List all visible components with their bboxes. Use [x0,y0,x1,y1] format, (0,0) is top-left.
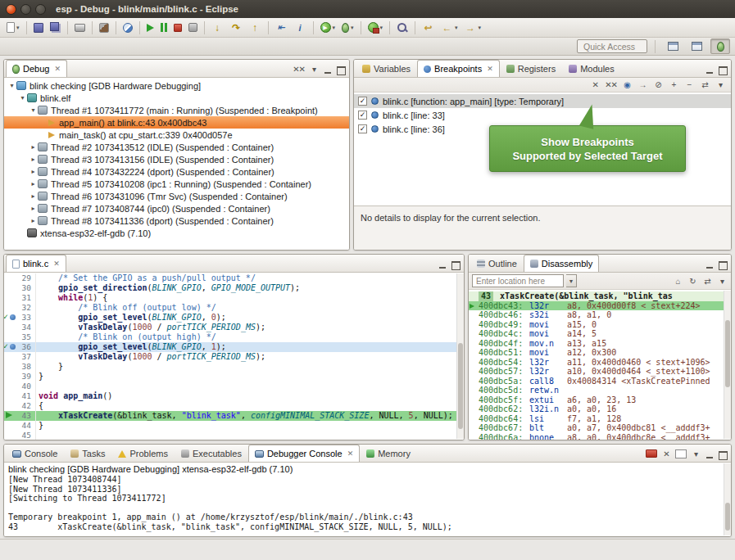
search-button[interactable] [394,20,411,36]
tree-expander-icon[interactable]: ▸ [29,180,38,187]
code-editor[interactable]: 29 /* Set the GPIO as a push/pull output… [4,273,464,440]
step-over-button[interactable]: ↷ [228,20,245,36]
instruction-stepping-button[interactable]: i [292,20,309,36]
editor-annotation-ruler[interactable] [4,362,16,372]
maximize-button[interactable] [451,261,460,269]
save-all-button[interactable] [48,20,63,36]
tree-expander-icon[interactable]: ▸ [29,143,38,151]
tree-expander-icon[interactable]: ▾ [7,82,16,89]
close-icon[interactable]: ✕ [487,65,493,73]
tree-expander-icon[interactable]: ▾ [18,94,27,102]
open-perspective-button[interactable] [663,38,683,54]
tab-console[interactable]: Console [6,445,64,462]
remove-all-breakpoints-button[interactable]: ✕✕ [605,79,617,91]
step-return-button[interactable]: ↑ [247,20,264,36]
tree-expander-icon[interactable]: ▸ [29,192,38,200]
editor-annotation-ruler[interactable] [4,411,16,421]
window-close-button[interactable] [6,4,16,15]
scrollbar-thumb[interactable] [725,503,730,530]
location-dropdown-arrow[interactable]: ▼ [566,274,577,287]
debug-tree-item[interactable]: ▸Thread #2 1073413512 (IDLE) (Suspended … [4,141,349,153]
debug-button[interactable]: ▾ [339,20,356,36]
sync-with-active-debug-context-button[interactable]: ⇄ [701,275,713,287]
editor-annotation-ruler[interactable] [4,283,16,293]
debug-launch-tree[interactable]: ▾blink checking [GDB Hardware Debugging]… [4,78,349,250]
editor-annotation-ruler[interactable] [4,401,16,411]
refresh-button[interactable]: ↻ [687,275,698,287]
maximize-button[interactable] [718,451,727,459]
editor-annotation-ruler[interactable] [4,323,16,332]
location-input[interactable]: Enter location here [472,274,564,287]
breakpoint-checkbox[interactable]: ✓ [358,111,367,120]
print-button[interactable] [72,20,88,36]
home-button[interactable]: ⌂ [672,275,683,287]
collapse-all-button[interactable]: − [683,79,695,91]
tab-executables[interactable]: Executables [175,445,248,462]
debug-tree-item[interactable]: app_main() at blink.c:43 0x400dbc43 [4,116,349,129]
minimize-button[interactable] [438,261,447,269]
scrollbar-thumb[interactable] [458,343,463,429]
editor-annotation-ruler[interactable] [4,352,16,362]
close-icon[interactable]: ✕ [53,260,60,268]
debug-tree-item[interactable]: ▾blink.elf [4,92,349,104]
tab-disassembly[interactable]: Disassembly [524,255,599,272]
clear-console-button[interactable] [675,449,687,458]
editor-annotation-ruler[interactable] [4,342,16,352]
tab-registers[interactable]: Registers [500,60,562,77]
remove-selected-breakpoints-button[interactable]: ✕ [589,79,601,91]
breakpoint-checkbox[interactable]: ✓ [358,97,367,106]
editor-annotation-ruler[interactable] [4,293,16,303]
drop-to-frame-button[interactable]: ⇤ [273,20,290,36]
tab-variables[interactable]: Variables [356,60,417,77]
maximize-button[interactable] [336,66,345,75]
close-icon[interactable]: ✕ [347,449,354,458]
tab-memory[interactable]: Memory [360,445,417,462]
close-icon[interactable]: ✕ [54,65,61,73]
tab-blink-c[interactable]: blink.c✕ [6,255,66,272]
step-into-button[interactable]: ↓ [209,20,226,36]
debug-tree-item[interactable]: ▸Thread #4 1073432224 (dport) (Suspended… [4,165,349,178]
tab-outline[interactable]: Outline [470,255,524,272]
debug-tree-item[interactable]: main_task() at cpu_start.c:339 0x400d057… [4,129,349,141]
minimize-button[interactable] [324,66,333,75]
cpp-perspective-button[interactable] [687,38,706,54]
debug-tree-item[interactable]: ▸Thread #8 1073411336 (dport) (Suspended… [4,215,349,227]
editor-scrollbar[interactable] [456,273,464,439]
debug-tree-item[interactable]: ▾Thread #1 1073411772 (main : Running) (… [4,104,349,116]
editor-annotation-ruler[interactable] [4,421,16,431]
build-button[interactable] [97,20,111,36]
tab-breakpoints[interactable]: Breakpoints✕ [417,60,500,77]
minimize-button[interactable] [706,261,715,269]
resume-button[interactable] [144,20,157,36]
window-minimize-button[interactable] [20,4,31,15]
editor-annotation-ruler[interactable] [4,431,16,440]
go-to-file-for-breakpoint-button[interactable]: → [637,79,648,91]
save-button[interactable] [31,20,46,36]
tab-debug[interactable]: Debug✕ [6,60,67,77]
expand-all-button[interactable]: + [668,79,679,91]
remove-all-terminated-launches-button[interactable]: ✕ [660,448,672,459]
tree-expander-icon[interactable]: ▸ [29,217,38,224]
debug-tree-item[interactable]: ▸Thread #7 1073408744 (ipc0) (Suspended … [4,202,349,215]
tree-expander-icon[interactable]: ▸ [29,156,38,163]
tree-expander-icon[interactable]: ▾ [29,106,38,114]
display-selected-console-button[interactable]: ▾ [690,448,701,459]
terminate-button[interactable] [171,20,184,36]
debug-tree-item[interactable]: ▾blink checking [GDB Hardware Debugging] [4,79,349,92]
scrollbar-thumb[interactable] [725,320,730,386]
debug-perspective-button[interactable] [710,38,730,54]
tab-problems[interactable]: Problems [111,445,174,462]
editor-annotation-ruler[interactable] [4,382,16,391]
minimize-button[interactable] [706,451,715,459]
debug-view-menu-button[interactable]: ▾ [308,63,320,75]
last-edit-location-button[interactable]: ↩ [420,20,437,36]
breakpoints-view-menu-button[interactable]: ▾ [715,79,726,91]
tab-debugger-console[interactable]: Debugger Console✕ [248,445,360,462]
minimize-button[interactable] [706,66,715,75]
disassembly-scrollbar[interactable] [724,291,731,439]
debug-tree-item[interactable]: ▸Thread #6 1073431096 (Tmr Svc) (Suspend… [4,190,349,202]
suspend-button[interactable] [158,20,170,36]
breakpoint-item[interactable]: ✓blink.c [line: 33] [354,108,731,122]
quick-access-button[interactable]: Quick Access [577,39,647,53]
console-scrollbar[interactable] [724,463,731,535]
